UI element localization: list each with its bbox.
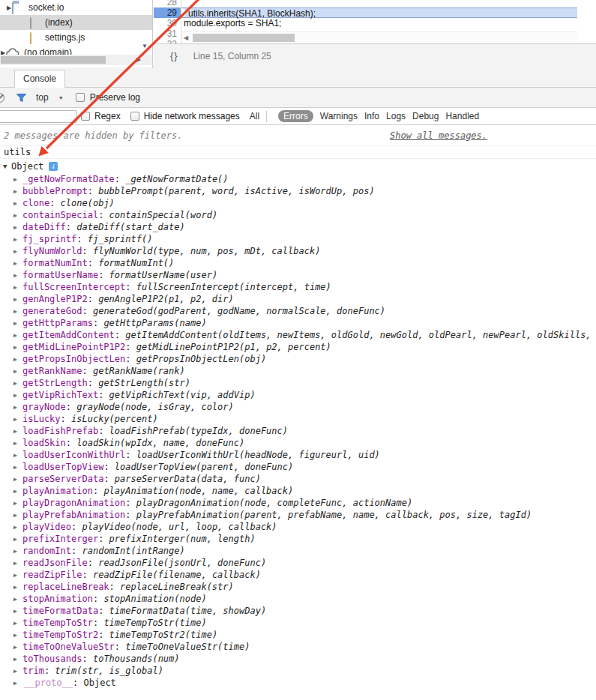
object-property-row[interactable]: ▶playVideo: playVideo(node, url, loop, c… <box>0 521 596 533</box>
expand-triangle-icon[interactable]: ▶ <box>13 318 22 329</box>
object-property-row[interactable]: ▶loadUserIconWithUrl: loadUserIconWithUr… <box>0 449 596 461</box>
code-text[interactable]: utils.inherits(SHA1, BlockHash); <box>181 7 577 18</box>
code-text[interactable]: module.exports = SHA1; <box>181 18 577 28</box>
expand-triangle-icon[interactable]: ▶ <box>13 234 22 245</box>
object-property-row[interactable]: ▶dateDiff: dateDiff(start_date) <box>0 221 596 233</box>
expand-triangle-icon[interactable]: ▶ <box>13 390 22 401</box>
hide-network-checkbox[interactable] <box>130 112 139 121</box>
object-property-row[interactable]: ▶getRankName: getRankName(rank) <box>0 365 596 377</box>
object-property-row[interactable]: ▶trim: trim(str, is_global) <box>0 665 596 677</box>
object-property-row[interactable]: ▶bubblePrompt: bubblePrompt(parent, word… <box>0 185 596 197</box>
expand-triangle-icon[interactable]: ▶ <box>13 558 22 569</box>
object-property-row[interactable]: ▶formatUserName: formatUserName(user) <box>0 269 596 281</box>
log-level-debug[interactable]: Debug <box>412 111 439 121</box>
object-property-row[interactable]: ▶grayNode: grayNode(node, isGray, color) <box>0 401 596 413</box>
clear-console-icon[interactable] <box>0 93 4 103</box>
object-property-row[interactable]: ▶loadUserTopView: loadUserTopView(parent… <box>0 461 596 473</box>
expand-triangle-icon[interactable]: ▶ <box>13 618 22 629</box>
expand-triangle-icon[interactable]: ▶ <box>13 270 22 281</box>
expand-triangle-icon[interactable]: ▶ <box>13 282 22 293</box>
object-property-row[interactable]: ▶prefixInterger: prefixInterger(num, len… <box>0 533 596 545</box>
expand-triangle-icon[interactable]: ▶ <box>13 366 22 377</box>
show-all-messages-link[interactable]: Show all messages. <box>390 130 487 141</box>
expand-triangle-icon[interactable]: ▶ <box>13 354 22 365</box>
expand-triangle-icon[interactable]: ▶ <box>13 222 22 233</box>
expand-triangle-icon[interactable]: ▶ <box>13 378 22 389</box>
code-line[interactable]: 29utils.inherits(SHA1, BlockHash); <box>154 7 596 18</box>
execution-context-selector[interactable]: top <box>36 92 49 103</box>
code-line[interactable]: 30module.exports = SHA1; <box>154 18 596 28</box>
object-property-row[interactable]: ▶getMidLinePointP1P2: getMidLinePointP1P… <box>0 341 596 353</box>
object-property-row[interactable]: ▶timeTempToStr: timeTempToStr(time) <box>0 617 596 629</box>
expand-triangle-icon[interactable]: ▶ <box>13 342 22 353</box>
expand-triangle-icon[interactable]: ▶ <box>13 642 22 653</box>
chevron-down-icon[interactable]: ▼ <box>58 95 64 100</box>
object-property-row[interactable]: ▶timeTempToStr2: timeTempToStr2(time) <box>0 629 596 641</box>
filter-funnel-icon[interactable] <box>16 94 26 102</box>
object-property-row[interactable]: ▶formatNumInt: formatNumInt() <box>0 257 596 269</box>
expand-triangle-icon[interactable]: ▶ <box>13 438 22 449</box>
expand-triangle-icon[interactable]: ▶ <box>13 498 22 509</box>
object-label[interactable]: Object <box>11 161 43 172</box>
preserve-log-checkbox[interactable] <box>76 93 85 102</box>
object-property-row[interactable]: ▶randomInt: randomInt(intRange) <box>0 545 596 557</box>
object-property-row[interactable]: ▶stopAnimation: stopAnimation(node) <box>0 593 596 605</box>
tree-item-socketio[interactable]: ▶socket.io <box>0 0 152 15</box>
expand-triangle-icon[interactable]: ▶ <box>13 570 22 581</box>
expand-triangle-icon[interactable]: ▶ <box>13 486 22 497</box>
expand-triangle-icon[interactable]: ▶ <box>13 522 22 533</box>
disclosure-triangle-icon[interactable]: ▶ <box>6 4 12 11</box>
object-property-row[interactable]: ▶playDragonAnimation: playDragonAnimatio… <box>0 497 596 509</box>
expand-triangle-icon[interactable]: ▶ <box>13 582 22 593</box>
hide-network-toggle[interactable]: Hide network messages <box>130 111 240 121</box>
expand-triangle-icon[interactable]: ▶ <box>13 246 22 257</box>
object-property-row[interactable]: ▶replaceLineBreak: replaceLineBreak(str) <box>0 581 596 593</box>
object-property-row[interactable]: ▶containSpecial: containSpecial(word) <box>0 209 596 221</box>
expand-triangle-icon[interactable]: ▶ <box>13 546 22 557</box>
log-level-all[interactable]: All <box>250 111 259 121</box>
expand-triangle-icon[interactable]: ▶ <box>13 510 22 521</box>
expand-triangle-icon[interactable]: ▶ <box>13 666 22 677</box>
object-property-row[interactable]: ▶getStrLength: getStrLength(str) <box>0 377 596 389</box>
expand-triangle-icon[interactable]: ▶ <box>13 594 22 605</box>
log-level-info[interactable]: Info <box>364 111 379 121</box>
expand-triangle-icon[interactable]: ▶ <box>13 630 22 641</box>
tab-console[interactable]: Console <box>14 70 65 88</box>
line-number[interactable]: 31 <box>154 28 181 39</box>
expand-triangle-icon[interactable]: ▶ <box>13 198 22 209</box>
object-property-row[interactable]: ▶timeToOneValueStr: timeToOneValueStr(ti… <box>0 641 596 653</box>
expand-triangle-icon[interactable]: ▶ <box>13 414 22 425</box>
scrollbar-thumb[interactable] <box>1 56 106 64</box>
expand-triangle-icon[interactable]: ▶ <box>13 306 22 317</box>
line-number[interactable]: 30 <box>154 18 181 28</box>
expand-triangle-icon[interactable]: ▶ <box>13 174 22 185</box>
filter-text-input[interactable] <box>0 110 77 123</box>
expand-triangle-icon[interactable]: ▶ <box>13 210 22 221</box>
expand-triangle-icon[interactable]: ▶ <box>13 678 22 689</box>
code-text[interactable] <box>181 0 577 7</box>
tree-item-settingsjs[interactable]: settings.js <box>0 30 152 45</box>
object-property-row[interactable]: ▶getVipRichText: getVipRichText(vip, add… <box>0 389 596 401</box>
object-property-row[interactable]: ▶loadSkin: loadSkin(wpIdx, name, doneFun… <box>0 437 596 449</box>
pretty-print-button[interactable]: {} <box>170 50 178 61</box>
navigator-horizontal-scrollbar[interactable]: ▶ <box>0 55 153 65</box>
object-property-row[interactable]: ▶_getNowFormatDate: _getNowFormatDate() <box>0 173 596 185</box>
editor-horizontal-scrollbar[interactable]: ◀ <box>181 31 577 43</box>
object-property-row[interactable]: ▶timeFormatData: timeFormatData(time, sh… <box>0 605 596 617</box>
expand-triangle-icon[interactable]: ▶ <box>13 450 22 461</box>
object-property-row[interactable]: ▶getPropsInObjectLen: getPropsInObjectLe… <box>0 353 596 365</box>
object-property-row[interactable]: ▶genAngleP1P2: genAngleP1P2(p1, p2, dir) <box>0 293 596 305</box>
expand-triangle-icon[interactable]: ▶ <box>13 654 22 665</box>
log-level-handled[interactable]: Handled <box>445 111 479 121</box>
object-property-row[interactable]: ▶toThousands: toThousands(num) <box>0 653 596 665</box>
line-number[interactable]: 28 <box>154 0 181 7</box>
expand-triangle-icon[interactable]: ▶ <box>13 534 22 545</box>
object-property-row[interactable]: ▶readZipFile: readZipFile(filename, call… <box>0 569 596 581</box>
scrollbar-thumb[interactable] <box>193 34 295 42</box>
expand-triangle-icon[interactable]: ▶ <box>13 426 22 437</box>
scroll-left-icon[interactable]: ◀ <box>184 34 188 41</box>
expand-triangle-icon[interactable]: ▶ <box>13 402 22 413</box>
object-property-row[interactable]: ▶fj_sprintf: fj_sprintf() <box>0 233 596 245</box>
object-property-row[interactable]: ▶playAnimation: playAnimation(node, name… <box>0 485 596 497</box>
preserve-log-toggle[interactable]: Preserve log <box>76 92 140 103</box>
